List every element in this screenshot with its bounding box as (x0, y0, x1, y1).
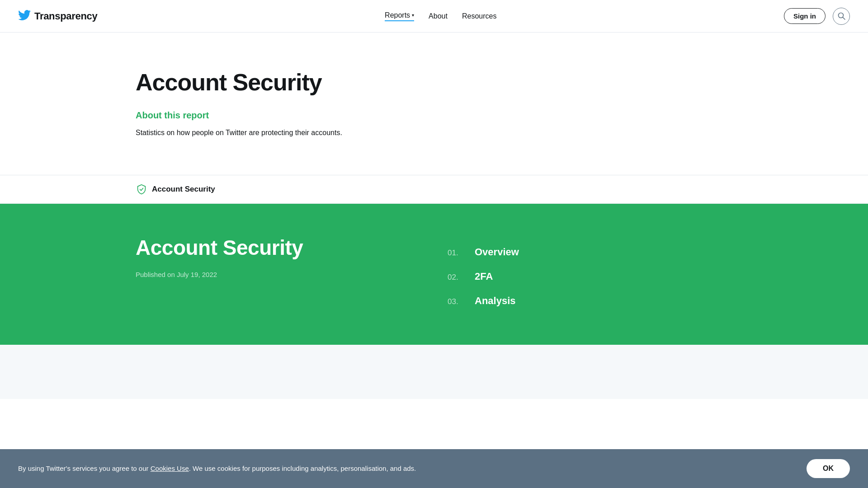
cookie-text: By using Twitter's services you agree to… (18, 464, 416, 474)
search-button[interactable] (833, 8, 850, 25)
search-icon (838, 12, 845, 20)
toc-label-3: Analysis (475, 295, 516, 307)
about-report-heading: About this report (136, 110, 732, 121)
green-banner: Account Security Published on July 19, 2… (0, 204, 868, 345)
bottom-section (0, 345, 868, 399)
site-logo[interactable]: Transparency (18, 9, 97, 23)
hero-section: Account Security About this report Stati… (0, 33, 868, 175)
nav-resources[interactable]: Resources (462, 12, 496, 20)
toc-label-1: Overview (475, 246, 519, 258)
toc-item-1[interactable]: 01. Overview (448, 240, 732, 264)
toc-number-3: 03. (448, 297, 466, 306)
toc-item-2[interactable]: 02. 2FA (448, 264, 732, 289)
page-label-text: Account Security (152, 185, 215, 194)
chevron-down-icon: ▾ (412, 13, 414, 18)
main-nav: Reports ▾ About Resources (385, 11, 496, 21)
site-title: Transparency (34, 10, 97, 22)
cookie-banner: By using Twitter's services you agree to… (0, 449, 868, 488)
toc-number-2: 02. (448, 273, 466, 282)
header-actions: Sign in (784, 8, 850, 25)
toc-label-2: 2FA (475, 271, 493, 282)
sign-in-button[interactable]: Sign in (784, 8, 826, 24)
hero-title: Account Security (136, 69, 732, 96)
cookie-ok-button[interactable]: OK (807, 459, 850, 478)
svg-line-1 (843, 17, 845, 19)
nav-reports[interactable]: Reports ▾ (385, 11, 414, 21)
banner-title: Account Security (136, 235, 420, 260)
about-report-text: Statistics on how people on Twitter are … (136, 127, 732, 139)
site-header: Transparency Reports ▾ About Resources S… (0, 0, 868, 33)
toc-item-3[interactable]: 03. Analysis (448, 289, 732, 313)
twitter-bird-icon (18, 9, 31, 23)
nav-about[interactable]: About (429, 12, 448, 20)
toc-number-1: 01. (448, 249, 466, 258)
banner-toc: 01. Overview 02. 2FA 03. Analysis (448, 235, 732, 313)
cookies-use-link[interactable]: Cookies Use (151, 465, 189, 472)
banner-published: Published on July 19, 2022 (136, 271, 420, 278)
shield-icon (136, 183, 147, 195)
page-label-bar: Account Security (0, 175, 868, 204)
banner-left: Account Security Published on July 19, 2… (136, 235, 420, 278)
